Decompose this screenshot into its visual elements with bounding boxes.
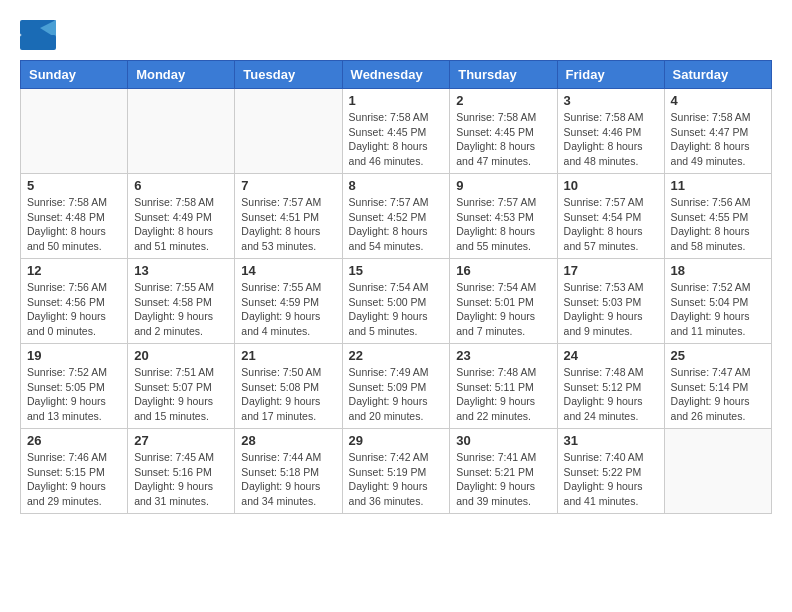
header-cell-thursday: Thursday <box>450 61 557 89</box>
day-number: 9 <box>456 178 550 193</box>
day-info: Sunrise: 7:48 AM Sunset: 5:11 PM Dayligh… <box>456 365 550 424</box>
day-info: Sunrise: 7:58 AM Sunset: 4:49 PM Dayligh… <box>134 195 228 254</box>
day-number: 31 <box>564 433 658 448</box>
calendar-cell: 2Sunrise: 7:58 AM Sunset: 4:45 PM Daylig… <box>450 89 557 174</box>
calendar-cell: 6Sunrise: 7:58 AM Sunset: 4:49 PM Daylig… <box>128 174 235 259</box>
calendar-cell: 17Sunrise: 7:53 AM Sunset: 5:03 PM Dayli… <box>557 259 664 344</box>
day-info: Sunrise: 7:45 AM Sunset: 5:16 PM Dayligh… <box>134 450 228 509</box>
logo <box>20 20 60 50</box>
day-number: 29 <box>349 433 444 448</box>
calendar-cell: 15Sunrise: 7:54 AM Sunset: 5:00 PM Dayli… <box>342 259 450 344</box>
day-number: 6 <box>134 178 228 193</box>
day-info: Sunrise: 7:48 AM Sunset: 5:12 PM Dayligh… <box>564 365 658 424</box>
day-number: 12 <box>27 263 121 278</box>
day-info: Sunrise: 7:55 AM Sunset: 4:59 PM Dayligh… <box>241 280 335 339</box>
day-info: Sunrise: 7:56 AM Sunset: 4:55 PM Dayligh… <box>671 195 765 254</box>
header-cell-tuesday: Tuesday <box>235 61 342 89</box>
calendar-cell: 3Sunrise: 7:58 AM Sunset: 4:46 PM Daylig… <box>557 89 664 174</box>
calendar-cell: 4Sunrise: 7:58 AM Sunset: 4:47 PM Daylig… <box>664 89 771 174</box>
calendar-cell: 29Sunrise: 7:42 AM Sunset: 5:19 PM Dayli… <box>342 429 450 514</box>
calendar-cell: 20Sunrise: 7:51 AM Sunset: 5:07 PM Dayli… <box>128 344 235 429</box>
header-cell-sunday: Sunday <box>21 61 128 89</box>
day-info: Sunrise: 7:44 AM Sunset: 5:18 PM Dayligh… <box>241 450 335 509</box>
day-info: Sunrise: 7:47 AM Sunset: 5:14 PM Dayligh… <box>671 365 765 424</box>
week-row-1: 5Sunrise: 7:58 AM Sunset: 4:48 PM Daylig… <box>21 174 772 259</box>
calendar-cell: 11Sunrise: 7:56 AM Sunset: 4:55 PM Dayli… <box>664 174 771 259</box>
day-number: 14 <box>241 263 335 278</box>
day-info: Sunrise: 7:53 AM Sunset: 5:03 PM Dayligh… <box>564 280 658 339</box>
calendar-header: SundayMondayTuesdayWednesdayThursdayFrid… <box>21 61 772 89</box>
day-info: Sunrise: 7:54 AM Sunset: 5:01 PM Dayligh… <box>456 280 550 339</box>
week-row-0: 1Sunrise: 7:58 AM Sunset: 4:45 PM Daylig… <box>21 89 772 174</box>
day-number: 1 <box>349 93 444 108</box>
day-number: 21 <box>241 348 335 363</box>
day-info: Sunrise: 7:57 AM Sunset: 4:52 PM Dayligh… <box>349 195 444 254</box>
calendar-table: SundayMondayTuesdayWednesdayThursdayFrid… <box>20 60 772 514</box>
day-info: Sunrise: 7:56 AM Sunset: 4:56 PM Dayligh… <box>27 280 121 339</box>
day-number: 8 <box>349 178 444 193</box>
day-info: Sunrise: 7:55 AM Sunset: 4:58 PM Dayligh… <box>134 280 228 339</box>
day-number: 5 <box>27 178 121 193</box>
calendar-cell: 28Sunrise: 7:44 AM Sunset: 5:18 PM Dayli… <box>235 429 342 514</box>
calendar-cell: 23Sunrise: 7:48 AM Sunset: 5:11 PM Dayli… <box>450 344 557 429</box>
calendar-cell: 1Sunrise: 7:58 AM Sunset: 4:45 PM Daylig… <box>342 89 450 174</box>
calendar-cell: 19Sunrise: 7:52 AM Sunset: 5:05 PM Dayli… <box>21 344 128 429</box>
day-number: 24 <box>564 348 658 363</box>
day-info: Sunrise: 7:49 AM Sunset: 5:09 PM Dayligh… <box>349 365 444 424</box>
calendar-cell <box>664 429 771 514</box>
day-number: 28 <box>241 433 335 448</box>
header-cell-monday: Monday <box>128 61 235 89</box>
day-info: Sunrise: 7:54 AM Sunset: 5:00 PM Dayligh… <box>349 280 444 339</box>
calendar-cell: 25Sunrise: 7:47 AM Sunset: 5:14 PM Dayli… <box>664 344 771 429</box>
calendar-cell: 18Sunrise: 7:52 AM Sunset: 5:04 PM Dayli… <box>664 259 771 344</box>
week-row-2: 12Sunrise: 7:56 AM Sunset: 4:56 PM Dayli… <box>21 259 772 344</box>
calendar-cell <box>128 89 235 174</box>
calendar-cell: 10Sunrise: 7:57 AM Sunset: 4:54 PM Dayli… <box>557 174 664 259</box>
day-info: Sunrise: 7:58 AM Sunset: 4:45 PM Dayligh… <box>456 110 550 169</box>
week-row-4: 26Sunrise: 7:46 AM Sunset: 5:15 PM Dayli… <box>21 429 772 514</box>
header-cell-wednesday: Wednesday <box>342 61 450 89</box>
calendar-cell: 8Sunrise: 7:57 AM Sunset: 4:52 PM Daylig… <box>342 174 450 259</box>
day-number: 23 <box>456 348 550 363</box>
calendar-cell: 5Sunrise: 7:58 AM Sunset: 4:48 PM Daylig… <box>21 174 128 259</box>
day-info: Sunrise: 7:40 AM Sunset: 5:22 PM Dayligh… <box>564 450 658 509</box>
day-number: 22 <box>349 348 444 363</box>
calendar-body: 1Sunrise: 7:58 AM Sunset: 4:45 PM Daylig… <box>21 89 772 514</box>
calendar-cell: 16Sunrise: 7:54 AM Sunset: 5:01 PM Dayli… <box>450 259 557 344</box>
day-info: Sunrise: 7:42 AM Sunset: 5:19 PM Dayligh… <box>349 450 444 509</box>
calendar-cell: 27Sunrise: 7:45 AM Sunset: 5:16 PM Dayli… <box>128 429 235 514</box>
day-number: 15 <box>349 263 444 278</box>
day-info: Sunrise: 7:50 AM Sunset: 5:08 PM Dayligh… <box>241 365 335 424</box>
day-number: 30 <box>456 433 550 448</box>
day-info: Sunrise: 7:57 AM Sunset: 4:53 PM Dayligh… <box>456 195 550 254</box>
header-cell-friday: Friday <box>557 61 664 89</box>
calendar-cell: 31Sunrise: 7:40 AM Sunset: 5:22 PM Dayli… <box>557 429 664 514</box>
day-number: 27 <box>134 433 228 448</box>
day-info: Sunrise: 7:57 AM Sunset: 4:51 PM Dayligh… <box>241 195 335 254</box>
calendar-cell: 21Sunrise: 7:50 AM Sunset: 5:08 PM Dayli… <box>235 344 342 429</box>
day-info: Sunrise: 7:51 AM Sunset: 5:07 PM Dayligh… <box>134 365 228 424</box>
day-number: 11 <box>671 178 765 193</box>
calendar-cell: 24Sunrise: 7:48 AM Sunset: 5:12 PM Dayli… <box>557 344 664 429</box>
day-number: 18 <box>671 263 765 278</box>
day-info: Sunrise: 7:58 AM Sunset: 4:48 PM Dayligh… <box>27 195 121 254</box>
calendar-cell: 12Sunrise: 7:56 AM Sunset: 4:56 PM Dayli… <box>21 259 128 344</box>
day-info: Sunrise: 7:52 AM Sunset: 5:04 PM Dayligh… <box>671 280 765 339</box>
calendar-cell: 30Sunrise: 7:41 AM Sunset: 5:21 PM Dayli… <box>450 429 557 514</box>
day-number: 7 <box>241 178 335 193</box>
day-info: Sunrise: 7:58 AM Sunset: 4:47 PM Dayligh… <box>671 110 765 169</box>
calendar-cell: 26Sunrise: 7:46 AM Sunset: 5:15 PM Dayli… <box>21 429 128 514</box>
calendar-cell: 7Sunrise: 7:57 AM Sunset: 4:51 PM Daylig… <box>235 174 342 259</box>
day-number: 17 <box>564 263 658 278</box>
day-number: 10 <box>564 178 658 193</box>
day-info: Sunrise: 7:58 AM Sunset: 4:45 PM Dayligh… <box>349 110 444 169</box>
header-cell-saturday: Saturday <box>664 61 771 89</box>
calendar-cell: 9Sunrise: 7:57 AM Sunset: 4:53 PM Daylig… <box>450 174 557 259</box>
calendar-cell <box>21 89 128 174</box>
day-number: 13 <box>134 263 228 278</box>
day-number: 20 <box>134 348 228 363</box>
day-info: Sunrise: 7:58 AM Sunset: 4:46 PM Dayligh… <box>564 110 658 169</box>
calendar-cell <box>235 89 342 174</box>
day-info: Sunrise: 7:46 AM Sunset: 5:15 PM Dayligh… <box>27 450 121 509</box>
day-info: Sunrise: 7:52 AM Sunset: 5:05 PM Dayligh… <box>27 365 121 424</box>
